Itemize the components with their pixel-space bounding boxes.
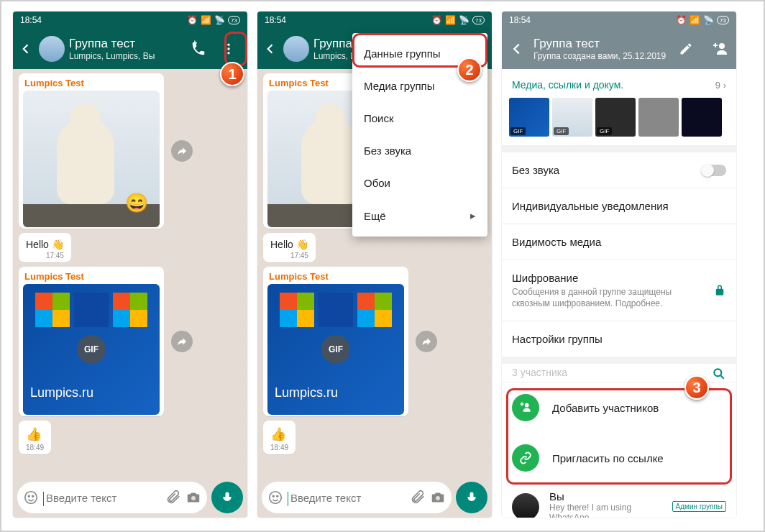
status-bar: 18:54 ⏰📶📡 73 xyxy=(257,12,492,29)
back-button[interactable] xyxy=(509,41,525,57)
watermark: Lumpics.ru xyxy=(275,385,338,400)
media-section[interactable]: Медиа, ссылки и докум. 9 › GIF GIF GIF xyxy=(502,69,736,145)
voice-message-button[interactable] xyxy=(211,482,243,513)
add-person-icon xyxy=(512,394,539,421)
media-thumb[interactable]: GIF xyxy=(509,98,549,137)
media-thumb[interactable]: GIF xyxy=(595,98,636,137)
message-timestamp: 17:45 xyxy=(267,250,311,261)
media-thumbnails[interactable]: GIF GIF GIF xyxy=(502,98,736,145)
invite-link-row[interactable]: Пригласить по ссылке xyxy=(502,433,736,483)
battery-icon: 73 xyxy=(228,16,240,24)
svg-point-0 xyxy=(227,44,229,46)
media-thumb[interactable] xyxy=(682,98,722,137)
back-button[interactable] xyxy=(17,40,35,58)
member-status: Hey there! I am using WhatsApp. xyxy=(549,503,662,518)
status-bar: 18:54 ⏰📶📡 73 xyxy=(13,12,247,29)
svg-point-11 xyxy=(719,43,725,49)
status-icons: ⏰📶📡 73 xyxy=(187,15,240,25)
message-sender: Lumpics Test xyxy=(23,76,160,91)
svg-point-4 xyxy=(28,495,29,497)
message-input[interactable]: Введите текст xyxy=(262,482,452,513)
menu-mute[interactable]: Без звука xyxy=(352,134,487,167)
gif-polar-bear[interactable]: GIF 😄 xyxy=(23,91,160,227)
chat-body[interactable]: Lumpics Test GIF 😄 Hello👋 17:45 xyxy=(13,69,247,477)
attach-icon[interactable] xyxy=(165,490,181,505)
custom-notifications-row[interactable]: Индивидуальные уведомления xyxy=(502,188,736,224)
status-time: 18:54 xyxy=(265,15,286,25)
group-info-subtitle: Группа создана вами, 25.12.2019 xyxy=(533,51,670,61)
message-timestamp: 18:49 xyxy=(23,442,47,453)
chat-header-titles[interactable]: Группа тест Lumpics, Lumpics, Вы xyxy=(69,37,183,62)
gif-windows-screenshot[interactable]: GIF Lumpics.ru xyxy=(23,284,160,415)
mute-row[interactable]: Без звука xyxy=(502,152,736,188)
step-marker-3: 3 xyxy=(684,375,709,400)
gif-badge: GIF xyxy=(77,335,106,364)
screen-2: 18:54 ⏰📶📡 73 Группа тест Lumpics, Lumpic… xyxy=(257,12,492,518)
media-visibility-row[interactable]: Видимость медиа xyxy=(502,224,736,260)
status-icons: ⏰📶📡 73 xyxy=(431,15,485,25)
svg-point-3 xyxy=(25,492,37,504)
mute-switch[interactable] xyxy=(702,165,726,176)
message-bubble[interactable]: 👍 18:49 xyxy=(263,421,296,454)
group-info-body[interactable]: Медиа, ссылки и докум. 9 › GIF GIF GIF Б… xyxy=(502,69,736,518)
more-options-button[interactable] xyxy=(220,40,237,58)
emoji-picker-icon[interactable] xyxy=(267,490,283,505)
lock-icon xyxy=(713,284,726,297)
message-bubble[interactable]: Lumpics Test GIF Lumpics.ru xyxy=(263,267,408,416)
menu-more[interactable]: Ещё▸ xyxy=(352,199,487,232)
media-thumb[interactable] xyxy=(638,98,679,137)
add-call-button[interactable]: + xyxy=(190,40,207,58)
emoji-picker-icon[interactable] xyxy=(23,490,39,505)
search-participants-icon[interactable] xyxy=(712,367,726,375)
svg-point-1 xyxy=(227,47,229,50)
svg-point-6 xyxy=(191,496,196,500)
group-avatar[interactable] xyxy=(39,36,65,62)
battery-icon: 73 xyxy=(717,16,729,24)
message-bubble[interactable]: Lumpics Test GIF 😄 xyxy=(19,73,164,229)
member-name: Вы xyxy=(549,490,662,503)
camera-icon[interactable] xyxy=(430,490,446,505)
media-thumb[interactable]: GIF xyxy=(552,98,592,137)
message-bubble[interactable]: Hello👋 17:45 xyxy=(19,233,71,262)
svg-point-2 xyxy=(227,52,229,54)
participants-count: 3 участника xyxy=(512,367,567,375)
forward-button[interactable] xyxy=(416,331,437,352)
screen-3: 18:54 ⏰📶📡 73 Группа тест Группа создана … xyxy=(502,12,736,518)
step-marker-1: 1 xyxy=(220,62,244,86)
group-settings-row[interactable]: Настройки группы xyxy=(502,321,736,357)
input-placeholder: Введите текст xyxy=(43,492,116,504)
svg-point-13 xyxy=(525,403,529,408)
wave-emoji: 👋 xyxy=(296,239,308,250)
chevron-right-icon: ▸ xyxy=(470,209,476,222)
forward-button[interactable] xyxy=(171,331,193,352)
svg-point-10 xyxy=(436,496,440,500)
add-participant-button[interactable] xyxy=(712,40,729,58)
forward-button[interactable] xyxy=(171,140,193,162)
menu-search[interactable]: Поиск xyxy=(352,102,487,134)
chat-header: Группа тест Lumpics, Lumpics, Вы + xyxy=(13,29,247,69)
svg-point-8 xyxy=(272,495,274,497)
encryption-description: Сообщения в данной группе защищены сквоз… xyxy=(512,286,706,309)
gif-windows-screenshot[interactable]: GIF Lumpics.ru xyxy=(267,284,404,415)
thumbs-up-emoji: 👍 xyxy=(23,423,47,442)
camera-icon[interactable] xyxy=(185,490,201,505)
message-timestamp: 17:45 xyxy=(23,250,67,261)
gif-badge: GIF xyxy=(321,335,350,364)
svg-point-5 xyxy=(32,495,34,497)
message-bubble[interactable]: Lumpics Test GIF Lumpics.ru xyxy=(19,267,164,416)
attach-icon[interactable] xyxy=(410,490,426,505)
message-input[interactable]: Введите текст xyxy=(17,482,207,513)
menu-wallpaper[interactable]: Обои xyxy=(352,167,487,199)
screen-1: 18:54 ⏰📶📡 73 Группа тест Lumpics, Lumpic… xyxy=(13,12,247,518)
encryption-row[interactable]: Шифрование Сообщения в данной группе защ… xyxy=(502,260,736,321)
edit-button[interactable] xyxy=(679,42,693,56)
message-text: Hello xyxy=(270,239,293,250)
back-button[interactable] xyxy=(262,40,279,58)
voice-message-button[interactable] xyxy=(456,482,487,513)
group-avatar[interactable] xyxy=(283,36,309,62)
step-marker-2: 2 xyxy=(457,58,482,82)
member-row-you[interactable]: Вы Hey there! I am using WhatsApp. Админ… xyxy=(502,483,736,518)
message-bubble[interactable]: Hello👋 17:45 xyxy=(263,233,316,262)
media-count: 9 › xyxy=(715,80,726,91)
message-bubble[interactable]: 👍 18:49 xyxy=(19,421,51,454)
